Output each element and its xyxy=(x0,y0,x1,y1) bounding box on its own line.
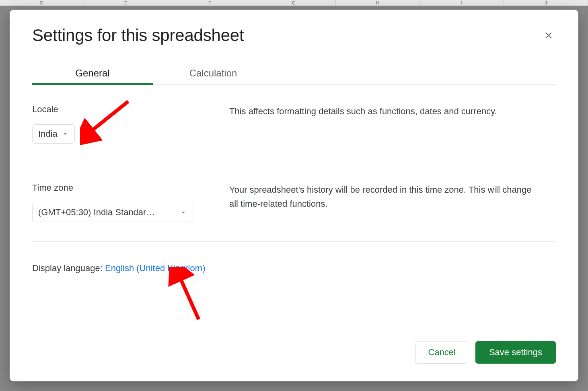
settings-dialog: Settings for this spreadsheet General Ca… xyxy=(10,10,578,381)
col-header: G xyxy=(252,0,336,6)
tab-calculation[interactable]: Calculation xyxy=(153,68,273,84)
annotation-arrow-icon xyxy=(167,267,211,323)
language-link[interactable]: English (United Kingdom) xyxy=(105,263,205,273)
locale-select[interactable]: India xyxy=(32,124,75,144)
language-label: Display language: xyxy=(32,263,105,273)
spreadsheet-column-headers: D E F G H I J xyxy=(0,0,588,6)
timezone-select[interactable]: (GMT+05:30) India Standar… xyxy=(32,203,193,222)
timezone-value: (GMT+05:30) India Standar… xyxy=(38,207,176,218)
dropdown-icon xyxy=(180,209,187,216)
col-header: F xyxy=(168,0,252,6)
locale-section: Locale India This affects formatting det… xyxy=(32,85,556,163)
timezone-section: Time zone (GMT+05:30) India Standar… You… xyxy=(32,163,556,242)
cancel-button[interactable]: Cancel xyxy=(415,341,468,364)
close-button[interactable] xyxy=(541,28,556,43)
dialog-title: Settings for this spreadsheet xyxy=(32,26,244,45)
dialog-footer: Cancel Save settings xyxy=(415,341,556,364)
locale-value: India xyxy=(38,129,58,139)
svg-line-3 xyxy=(179,274,199,319)
dropdown-icon xyxy=(62,130,69,138)
timezone-description: Your spreadsheet's history will be recor… xyxy=(229,183,540,211)
locale-description: This affects formatting details such as … xyxy=(229,104,540,118)
col-header: D xyxy=(0,0,84,6)
close-icon xyxy=(543,30,554,41)
col-header: I xyxy=(420,0,504,6)
tabs: General Calculation xyxy=(32,68,556,85)
col-header: J xyxy=(504,0,588,6)
language-row: Display language: English (United Kingdo… xyxy=(32,242,217,275)
col-header: E xyxy=(84,0,168,6)
timezone-label: Time zone xyxy=(32,183,229,193)
save-button[interactable]: Save settings xyxy=(475,341,556,364)
locale-label: Locale xyxy=(32,104,229,115)
col-header: H xyxy=(336,0,420,6)
tab-general[interactable]: General xyxy=(32,68,153,84)
